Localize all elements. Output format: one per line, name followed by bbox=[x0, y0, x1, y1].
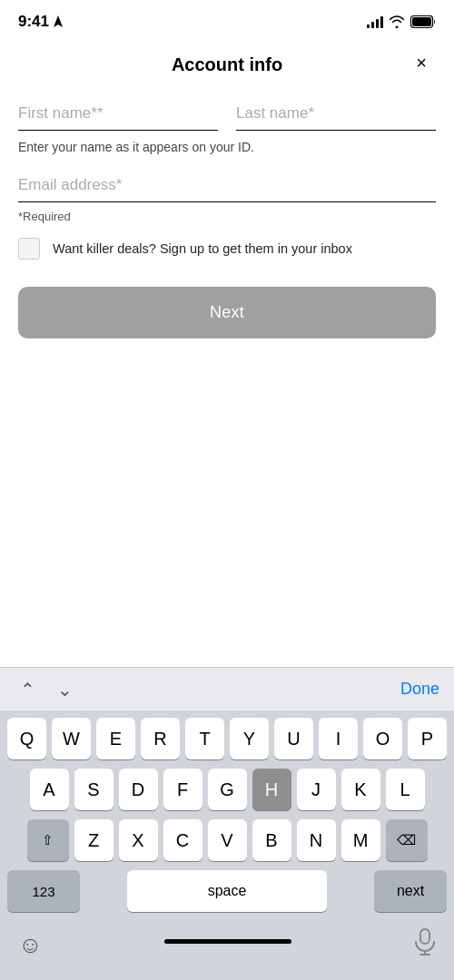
key-z[interactable]: Z bbox=[74, 819, 114, 861]
key-l[interactable]: L bbox=[386, 769, 425, 810]
header: Account info × bbox=[0, 40, 454, 86]
name-row bbox=[18, 101, 436, 131]
key-n[interactable]: N bbox=[297, 819, 336, 861]
key-u[interactable]: U bbox=[274, 718, 313, 760]
time-display: 9:41 bbox=[18, 13, 49, 31]
name-helper-text: Enter your name as it appears on your ID… bbox=[18, 140, 436, 154]
last-name-group bbox=[236, 101, 436, 131]
required-label: *Required bbox=[18, 210, 436, 223]
newsletter-checkbox[interactable] bbox=[18, 238, 40, 260]
next-button[interactable]: Next bbox=[18, 287, 436, 338]
key-e[interactable]: E bbox=[96, 718, 135, 760]
key-o[interactable]: O bbox=[363, 718, 402, 760]
next-key[interactable]: next bbox=[374, 870, 447, 912]
battery-icon bbox=[410, 15, 436, 28]
toolbar-nav: ⌃ ⌄ bbox=[15, 677, 78, 702]
key-h[interactable]: H bbox=[252, 769, 291, 810]
key-t[interactable]: T bbox=[185, 718, 224, 760]
key-row-bottom: 123 space next bbox=[4, 870, 450, 912]
nav-down-button[interactable]: ⌄ bbox=[52, 677, 78, 702]
backspace-key[interactable]: ⌫ bbox=[386, 819, 428, 861]
svg-rect-2 bbox=[420, 929, 429, 944]
first-name-input[interactable] bbox=[18, 101, 218, 131]
first-name-group bbox=[18, 101, 218, 131]
key-j[interactable]: J bbox=[297, 769, 336, 810]
key-c[interactable]: C bbox=[163, 819, 202, 861]
page-title: Account info bbox=[172, 54, 282, 75]
key-r[interactable]: R bbox=[141, 718, 180, 760]
key-f[interactable]: F bbox=[163, 769, 202, 810]
key-row-1: Q W E R T Y U I O P bbox=[4, 718, 450, 760]
navigation-arrow-icon bbox=[53, 15, 64, 28]
key-m[interactable]: M bbox=[341, 819, 380, 861]
microphone-icon[interactable] bbox=[414, 928, 436, 962]
nav-up-button[interactable]: ⌃ bbox=[15, 677, 41, 702]
keyboard-area: ⌃ ⌄ Done Q W E R T Y U I O P A S D F G H… bbox=[0, 667, 454, 980]
last-name-input[interactable] bbox=[236, 101, 436, 131]
keyboard-keys: Q W E R T Y U I O P A S D F G H J K L ⇧ … bbox=[0, 710, 454, 923]
key-p[interactable]: P bbox=[408, 718, 447, 760]
home-indicator bbox=[164, 939, 291, 944]
email-section bbox=[18, 172, 436, 202]
shift-key[interactable]: ⇧ bbox=[27, 819, 69, 861]
key-row-2: A S D F G H J K L bbox=[4, 769, 450, 810]
keyboard-toolbar: ⌃ ⌄ Done bbox=[0, 667, 454, 710]
key-w[interactable]: W bbox=[52, 718, 91, 760]
space-key[interactable]: space bbox=[127, 870, 327, 912]
email-input[interactable] bbox=[18, 172, 436, 202]
key-g[interactable]: G bbox=[208, 769, 247, 810]
svg-rect-1 bbox=[412, 17, 431, 26]
key-b[interactable]: B bbox=[252, 819, 291, 861]
key-k[interactable]: K bbox=[341, 769, 380, 810]
newsletter-row: Want killer deals? Sign up to get them i… bbox=[18, 238, 436, 260]
key-y[interactable]: Y bbox=[230, 718, 269, 760]
newsletter-label: Want killer deals? Sign up to get them i… bbox=[53, 240, 352, 258]
key-d[interactable]: D bbox=[119, 769, 158, 810]
wifi-icon bbox=[389, 15, 405, 28]
numbers-key[interactable]: 123 bbox=[7, 870, 80, 912]
status-time: 9:41 bbox=[18, 13, 64, 31]
key-q[interactable]: Q bbox=[7, 718, 46, 760]
form-area: Enter your name as it appears on your ID… bbox=[0, 86, 454, 357]
signal-icon bbox=[367, 15, 383, 28]
key-s[interactable]: S bbox=[74, 769, 114, 810]
done-button[interactable]: Done bbox=[400, 680, 439, 699]
status-bar: 9:41 bbox=[0, 0, 454, 40]
key-row-3: ⇧ Z X C V B N M ⌫ bbox=[4, 819, 450, 861]
close-button[interactable]: × bbox=[407, 49, 436, 78]
key-i[interactable]: I bbox=[319, 718, 358, 760]
key-a[interactable]: A bbox=[30, 769, 69, 810]
emoji-mic-row: ☺ bbox=[0, 923, 454, 980]
emoji-icon[interactable]: ☺ bbox=[18, 931, 43, 959]
status-icons bbox=[367, 15, 436, 28]
key-x[interactable]: X bbox=[119, 819, 158, 861]
key-v[interactable]: V bbox=[208, 819, 247, 861]
